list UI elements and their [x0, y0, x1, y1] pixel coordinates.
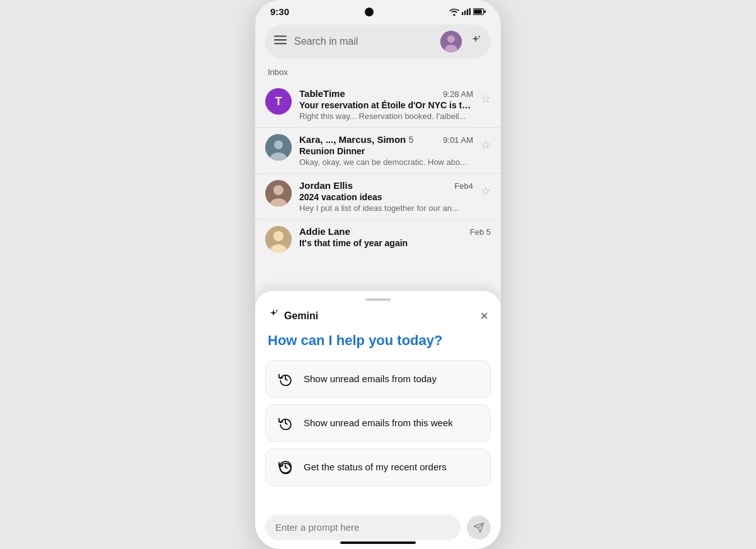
close-button[interactable]: ×	[480, 309, 488, 323]
email-preview: Okay, okay, we can be democratic. How ab…	[299, 157, 473, 167]
ai-sparkle-icon[interactable]	[469, 34, 482, 50]
avatar	[265, 180, 292, 207]
svg-rect-2	[467, 9, 468, 15]
suggestion-item[interactable]: Show unread emails from this week	[265, 404, 491, 442]
svg-point-20	[273, 231, 284, 241]
avatar	[265, 226, 292, 252]
menu-icon[interactable]	[274, 35, 287, 48]
svg-point-17	[273, 185, 284, 195]
svg-rect-7	[274, 35, 287, 37]
email-item[interactable]: Addie Lane Feb 5 It's that time of year …	[255, 220, 501, 258]
suggestions-list: Show unread emails from today Show unrea…	[255, 360, 501, 507]
email-time: Feb 5	[470, 227, 491, 237]
prompt-input[interactable]	[265, 514, 461, 540]
status-time: 9:30	[270, 6, 289, 17]
email-sender: Jordan Ellis	[299, 180, 353, 191]
phone-frame: 9:30	[255, 0, 501, 549]
email-preview: Right this way... Reservation booked. I'…	[299, 111, 473, 121]
email-sender: Addie Lane	[299, 226, 350, 237]
email-subject: Your reservation at Étoile d'Or NYC is t…	[299, 100, 473, 110]
gemini-title: Gemini	[284, 310, 318, 322]
email-header: Kara, ..., Marcus, Simon 5 9:01 AM	[299, 134, 473, 145]
suggestion-item[interactable]: Show unread emails from today	[265, 360, 491, 398]
svg-point-14	[274, 140, 283, 149]
gemini-question: How can I help you today?	[255, 328, 501, 360]
wifi-icon	[449, 8, 459, 16]
home-indicator	[340, 541, 416, 544]
svg-rect-1	[464, 11, 466, 15]
suggestion-text: Show unread emails from this week	[304, 417, 453, 428]
status-icons	[365, 8, 374, 16]
send-button[interactable]	[467, 516, 491, 540]
system-icons	[449, 8, 486, 16]
email-sender: TableTime	[299, 88, 345, 99]
gemini-bottom-sheet: Gemini × How can I help you today? Show …	[255, 291, 501, 549]
star-icon[interactable]: ☆	[481, 92, 491, 106]
email-time: Feb4	[454, 181, 473, 191]
suggestion-text: Get the status of my recent orders	[304, 461, 447, 472]
email-list: T TableTime 9:28 AM Your reservation at …	[255, 82, 501, 258]
battery-icon	[473, 8, 486, 16]
email-content: Addie Lane Feb 5 It's that time of year …	[299, 226, 491, 249]
email-header: Addie Lane Feb 5	[299, 226, 491, 237]
star-icon[interactable]: ☆	[481, 184, 491, 198]
email-subject: It's that time of year again	[299, 238, 491, 248]
svg-rect-9	[274, 43, 287, 44]
avatar: T	[265, 88, 292, 115]
suggestion-item[interactable]: Get the status of my recent orders	[265, 448, 491, 486]
suggestion-text: Show unread emails from today	[304, 373, 437, 384]
svg-rect-3	[469, 8, 471, 15]
search-bar[interactable]: Search in mail	[265, 25, 491, 59]
signal-icon	[462, 8, 471, 16]
svg-rect-5	[474, 9, 482, 14]
email-item[interactable]: T TableTime 9:28 AM Your reservation at …	[255, 82, 501, 128]
gemini-header: Gemini ×	[255, 306, 501, 328]
drag-handle[interactable]	[365, 298, 391, 301]
svg-rect-8	[274, 39, 287, 40]
email-content: Jordan Ellis Feb4 2024 vacation ideas He…	[299, 180, 473, 213]
gemini-sparkle-icon	[268, 308, 279, 323]
star-icon[interactable]: ☆	[481, 138, 491, 152]
email-time: 9:28 AM	[443, 89, 473, 99]
email-item[interactable]: Kara, ..., Marcus, Simon 5 9:01 AM Reuni…	[255, 128, 501, 174]
email-preview: Hey I put a list of ideas together for o…	[299, 203, 473, 213]
email-item[interactable]: Jordan Ellis Feb4 2024 vacation ideas He…	[255, 174, 501, 220]
email-header: TableTime 9:28 AM	[299, 88, 473, 99]
svg-rect-0	[462, 12, 463, 15]
email-content: Kara, ..., Marcus, Simon 5 9:01 AM Reuni…	[299, 134, 473, 167]
svg-rect-6	[484, 10, 486, 13]
suggestion-icon	[276, 458, 295, 477]
sender-count: 5	[408, 135, 413, 145]
email-time: 9:01 AM	[443, 135, 473, 145]
search-placeholder: Search in mail	[294, 36, 433, 47]
svg-point-11	[447, 35, 455, 43]
status-bar: 9:30	[255, 0, 501, 21]
email-subject: 2024 vacation ideas	[299, 192, 473, 202]
gemini-title-row: Gemini	[268, 308, 318, 323]
email-sender: Kara, ..., Marcus, Simon 5	[299, 134, 413, 145]
camera-dot	[365, 8, 374, 16]
suggestion-icon	[276, 414, 295, 433]
email-content: TableTime 9:28 AM Your reservation at Ét…	[299, 88, 473, 121]
suggestion-icon	[276, 370, 295, 388]
user-avatar[interactable]	[440, 31, 462, 52]
email-subject: Reunion Dinner	[299, 146, 473, 156]
avatar	[265, 134, 292, 161]
inbox-label: Inbox	[255, 65, 501, 82]
email-header: Jordan Ellis Feb4	[299, 180, 473, 191]
